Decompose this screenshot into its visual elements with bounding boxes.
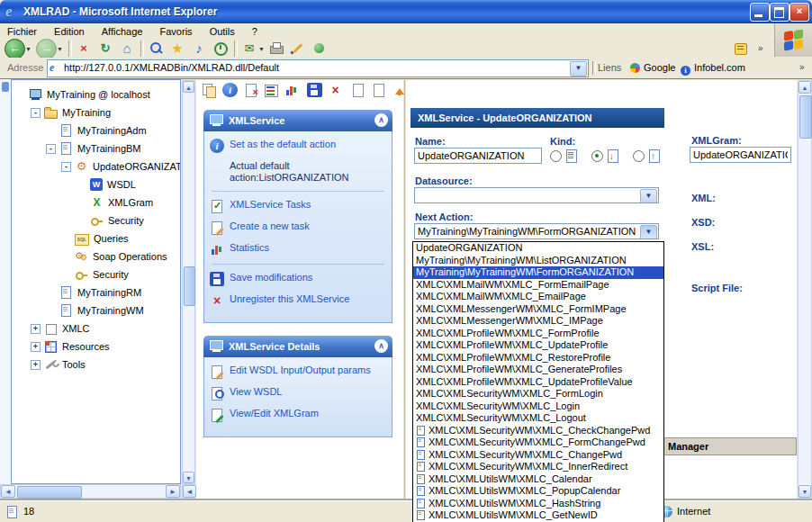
tree-item-mytrainingadm[interactable]: MyTrainingAdm (12, 122, 180, 140)
right-vscrollbar[interactable]: ▲ ▼ (798, 80, 812, 499)
collapse-chevron-icon[interactable] (374, 339, 388, 353)
tree-item-xmlgram[interactable]: XMLGram (12, 194, 180, 212)
scroll-thumb[interactable] (17, 486, 82, 499)
tree-item-soap-operations[interactable]: Soap Operations (12, 248, 180, 266)
next-action-option[interactable]: UpdateORGANIZATION (413, 242, 663, 255)
save-icon[interactable] (307, 83, 322, 97)
create-new-task-link[interactable]: Create a new task (210, 220, 386, 235)
mail-dropdown-icon[interactable]: ▼ (258, 46, 265, 52)
tree-item-tools[interactable]: Tools (12, 356, 180, 374)
refresh-button[interactable]: ↻ (97, 40, 113, 57)
delete-document-icon[interactable] (243, 83, 258, 97)
tree-item-resources[interactable]: Resources (12, 338, 180, 356)
collapse-icon[interactable] (31, 108, 41, 118)
next-action-option[interactable]: XMLC\XMLMessengerWM\XMLC_IMPage (413, 315, 663, 328)
next-action-option[interactable]: XMLC\XMLSecurityWM\XMLC_ChangePwd (413, 449, 663, 462)
scroll-right-icon[interactable]: ► (166, 485, 180, 498)
radio-icon[interactable] (550, 150, 562, 162)
back-button[interactable]: ← (5, 39, 25, 59)
scroll-up-icon[interactable]: ▲ (183, 81, 194, 93)
scroll-up-icon[interactable]: ▲ (798, 81, 811, 94)
next-action-option[interactable]: XMLC\XMLSecurityWM\XMLC_InnerRedirect (413, 461, 663, 473)
next-action-option[interactable]: XMLC\XMLProfileWM\XMLC_GenerateProfiles (413, 364, 663, 376)
tree-item-wsdl[interactable]: WSDL (12, 176, 180, 194)
scroll-down-icon[interactable]: ▼ (798, 485, 811, 498)
edit-wsdl-params-link[interactable]: Edit WSDL Input/Output params (210, 364, 386, 379)
chart-icon[interactable] (284, 83, 300, 97)
menu-edition[interactable]: Edition (47, 23, 92, 40)
collapse-icon[interactable] (61, 162, 71, 172)
link-google[interactable]: Google (630, 59, 675, 76)
address-field[interactable]: e ▼ (47, 59, 589, 77)
next-action-option[interactable]: XMLC\XMLMailWM\XMLC_FormEmailPage (413, 279, 663, 292)
info-icon[interactable] (222, 83, 238, 97)
statistics-table-icon[interactable] (264, 83, 279, 97)
home-button[interactable]: ⌂ (119, 40, 135, 57)
expand-icon[interactable] (31, 324, 41, 334)
unregister-link[interactable]: Unregister this XMLService (210, 293, 386, 308)
kind-option-form-down[interactable] (591, 149, 627, 163)
next-action-option[interactable]: XMLC\XMLUtilsWM\XMLC_GetNewID (413, 509, 663, 522)
back-dropdown-icon[interactable]: ▼ (25, 46, 32, 52)
datasource-select[interactable]: ▼ (414, 187, 659, 203)
collapse-chevron-icon[interactable] (374, 113, 388, 127)
next-action-option[interactable]: MyTraining\MyTrainingWM\ListORGANIZATION (413, 255, 663, 267)
mail-button[interactable]: ✉ (241, 40, 257, 57)
media-button[interactable]: ♪ (191, 40, 207, 57)
collapse-icon[interactable] (46, 144, 56, 154)
xmlgram-input[interactable] (690, 147, 791, 163)
stop-button[interactable]: × (76, 40, 92, 57)
toolbar-overflow-icon[interactable]: » (758, 40, 763, 57)
next-action-option-selected[interactable]: MyTraining\MyTrainingWM\FormORGANIZATION (413, 266, 663, 279)
tree-item-security2[interactable]: Security (12, 266, 180, 284)
next-action-option[interactable]: XMLC\XMLMailWM\XMLC_EmailPage (413, 291, 663, 303)
menu-fichier[interactable]: Fichier (0, 23, 44, 40)
next-action-option[interactable]: XMLC\XMLMessengerWM\XMLC_FormIMPage (413, 303, 663, 316)
next-action-option[interactable]: XMLC\XMLSecurityWM\XMLC_FormChangePwd (413, 436, 663, 449)
next-action-option[interactable]: XMLC\XMLProfileWM\XMLC_RestoreProfile (413, 352, 663, 364)
kind-option-form-up[interactable] (633, 149, 668, 163)
next-action-option[interactable]: XMLC\XMLUtilsWM\XMLC_Calendar (413, 473, 663, 486)
tree-item-updateorganization[interactable]: UpdateORGANIZATION (12, 158, 180, 176)
tree-item-xmlc[interactable]: XMLC (12, 320, 180, 338)
tree-item-mytraining[interactable]: MyTraining (12, 104, 180, 122)
kind-option-list[interactable] (550, 149, 585, 163)
next-action-option[interactable]: XMLC\XMLSecurityWM\XMLC_Login (413, 400, 663, 413)
close-button[interactable]: × (789, 3, 809, 22)
xmlservice-tasks-link[interactable]: XMLService Tasks (210, 199, 386, 213)
menu-aide[interactable]: ? (245, 23, 265, 40)
next-action-option[interactable]: XMLC\XMLProfileWM\XMLC_UpdateProfile (413, 339, 663, 352)
next-action-option[interactable]: XMLC\XMLSecurityWM\XMLC_FormLogin (413, 388, 663, 400)
document-alt-icon[interactable] (371, 83, 386, 97)
name-input[interactable] (414, 148, 542, 164)
radio-icon[interactable] (633, 150, 645, 162)
expand-icon[interactable] (31, 342, 41, 352)
links-overflow-icon[interactable]: » (799, 59, 805, 76)
forward-dropdown-icon[interactable]: ▼ (57, 46, 63, 52)
view-edit-xmlgram-link[interactable]: View/Edit XMLGram (210, 408, 386, 422)
tree-item-security[interactable]: Security (12, 212, 180, 230)
copy-icon[interactable] (202, 83, 217, 97)
tree-item-queries[interactable]: Queries (12, 230, 180, 248)
tree-item-mytrainingwm[interactable]: MyTrainingWM (12, 302, 180, 320)
xmlservice-box-header[interactable]: XMLService (203, 110, 392, 131)
next-action-select[interactable]: MyTraining\MyTrainingWM\FormORGANIZATION… (414, 223, 659, 239)
radio-selected-icon[interactable] (591, 150, 603, 162)
address-input[interactable] (64, 61, 566, 74)
tree-item-mytrainingrm[interactable]: MyTrainingRM (12, 284, 180, 302)
next-action-option[interactable]: XMLC\XMLProfileWM\XMLC_FormProfile (413, 328, 663, 340)
view-wsdl-link[interactable]: View WSDL (210, 386, 386, 400)
address-dropdown-icon[interactable]: ▼ (570, 61, 587, 76)
scroll-left-icon[interactable]: ◄ (183, 485, 196, 498)
next-action-option[interactable]: XMLC\XMLSecurityWM\XMLC_Logout (413, 412, 663, 425)
next-action-option[interactable]: XMLC\XMLUtilsWM\XMLC_PopupCalendar (413, 485, 663, 498)
next-action-option[interactable]: XMLC\XMLProfileWM\XMLC_UpdateProfileValu… (413, 376, 663, 389)
menu-favoris[interactable]: Favoris (153, 23, 200, 40)
link-infobel[interactable]: iInfobel.com (681, 59, 745, 76)
tree-hscrollbar[interactable]: ◄ ► (0, 484, 181, 499)
expand-icon[interactable] (31, 360, 41, 370)
splitter-handle[interactable] (2, 82, 9, 92)
save-modifications-link[interactable]: Save modifications (210, 272, 386, 286)
maximize-button[interactable] (770, 3, 789, 22)
document-icon[interactable] (350, 83, 365, 97)
